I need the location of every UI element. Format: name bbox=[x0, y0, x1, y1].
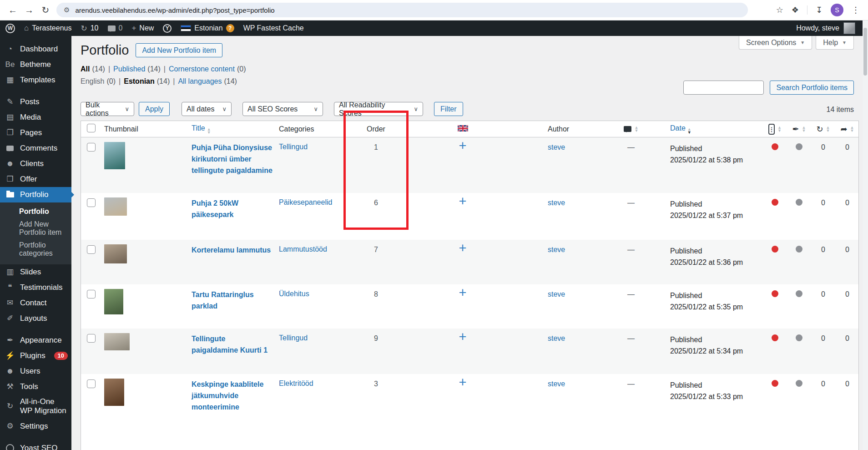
reload-icon[interactable]: ↻ bbox=[37, 5, 54, 15]
sidebar-item-layouts[interactable]: ✐ Layouts bbox=[0, 311, 71, 326]
row-checkbox[interactable] bbox=[87, 290, 96, 298]
updates-menu[interactable]: ↻ 10 bbox=[81, 24, 98, 33]
scrollbar-thumb[interactable] bbox=[863, 28, 867, 76]
title-sort-link[interactable]: Title bbox=[192, 124, 205, 132]
thumbnail[interactable] bbox=[104, 142, 125, 169]
sidebar-item-users[interactable]: ☻ Users bbox=[0, 364, 71, 379]
seo-scores-select[interactable]: All SEO Scores ∨ bbox=[242, 102, 323, 116]
filter-estonian[interactable]: Estonian(14) bbox=[124, 77, 170, 86]
row-title-link[interactable]: Keskpinge kaablitele jätkumuhvide montee… bbox=[192, 379, 273, 413]
author-link[interactable]: steve bbox=[548, 334, 565, 342]
sort-arrows[interactable]: ▲▼ bbox=[635, 126, 639, 132]
filter-published[interactable]: Published(14) bbox=[113, 65, 161, 73]
sort-arrows[interactable]: ▲▼ bbox=[687, 128, 691, 134]
col-date[interactable]: Date▲▼ bbox=[654, 124, 763, 134]
category-link[interactable]: Päikesepaneelid bbox=[279, 198, 332, 206]
url-text[interactable]: arendus.veebilahendus.ee/wp-admin/edit.p… bbox=[75, 6, 274, 14]
sort-arrows[interactable]: ▲▼ bbox=[802, 126, 806, 132]
submenu-item-0[interactable]: Portfolio bbox=[0, 205, 71, 218]
add-translation-icon[interactable]: + bbox=[459, 241, 467, 255]
sidebar-item-comments[interactable]: Comments bbox=[0, 141, 71, 156]
sidebar-item-yoast-seo[interactable]: Yoast SEO bbox=[0, 440, 71, 450]
back-icon[interactable]: ← bbox=[5, 5, 21, 15]
thumbnail[interactable] bbox=[104, 379, 124, 406]
dates-select[interactable]: All dates ∨ bbox=[182, 102, 232, 116]
thumbnail[interactable] bbox=[104, 197, 127, 216]
sidebar-item-appearance[interactable]: ✒ Appearance bbox=[0, 333, 71, 348]
col-received-internal-links[interactable]: ➦▲▼ bbox=[835, 124, 859, 134]
screen-options-button[interactable]: Screen Options ▼ bbox=[739, 36, 812, 50]
filter-cornerstone[interactable]: Cornerstone content(0) bbox=[169, 65, 246, 73]
thumbnail[interactable] bbox=[104, 289, 123, 314]
howdy-text[interactable]: Howdy, steve bbox=[796, 24, 839, 32]
downloads-icon[interactable]: ↧ bbox=[816, 5, 823, 15]
author-link[interactable]: steve bbox=[548, 290, 565, 298]
site-settings-icon[interactable]: ⚙ bbox=[64, 6, 70, 14]
col-seo-score[interactable]: ▲▼ bbox=[763, 124, 787, 135]
new-content-menu[interactable]: + New bbox=[131, 24, 154, 33]
author-link[interactable]: steve bbox=[548, 199, 565, 207]
add-translation-icon[interactable]: + bbox=[459, 138, 467, 153]
row-title-link[interactable]: Tartu Rattaringlus parklad bbox=[192, 289, 273, 312]
col-readability-score[interactable]: ✒▲▼ bbox=[787, 124, 811, 134]
forward-icon[interactable]: → bbox=[21, 5, 37, 15]
user-avatar[interactable] bbox=[843, 22, 855, 34]
date-sort-link[interactable]: Date bbox=[670, 124, 686, 132]
sidebar-item-betheme[interactable]: Be Betheme bbox=[0, 57, 71, 72]
sidebar-item-offer[interactable]: ❒ Offer bbox=[0, 172, 71, 187]
sidebar-item-dashboard[interactable]: ◔ Dashboard bbox=[0, 41, 71, 57]
comments-menu[interactable]: 0 bbox=[108, 24, 123, 32]
sidebar-item-contact[interactable]: ✉ Contact bbox=[0, 295, 71, 311]
sidebar-item-pages[interactable]: ❐ Pages bbox=[0, 125, 71, 141]
col-comments[interactable]: ▲▼ bbox=[608, 126, 654, 132]
col-title[interactable]: Title▲▼ bbox=[192, 124, 279, 134]
filter-all-languages[interactable]: All languages(14) bbox=[178, 77, 237, 86]
filter-button[interactable]: Filter bbox=[434, 102, 463, 116]
row-title-link[interactable]: Puhja Püha Dionysiuse kirikutorni ümber … bbox=[192, 142, 273, 176]
filter-all[interactable]: All(14) bbox=[81, 65, 105, 73]
add-new-portfolio-button[interactable]: Add New Portfolio item bbox=[136, 43, 222, 57]
search-input[interactable] bbox=[683, 81, 764, 95]
col-outgoing-internal-links[interactable]: ↻▲▼ bbox=[811, 124, 835, 134]
sort-arrows[interactable]: ▲▼ bbox=[207, 128, 211, 134]
author-link[interactable]: steve bbox=[548, 143, 565, 151]
sidebar-item-media[interactable]: ▤ Media bbox=[0, 110, 71, 125]
row-checkbox[interactable] bbox=[87, 379, 96, 388]
add-translation-icon[interactable]: + bbox=[459, 285, 467, 300]
yoast-menu[interactable]: Y bbox=[163, 24, 172, 33]
thumbnail[interactable] bbox=[104, 244, 127, 263]
sidebar-item-templates[interactable]: ▦ Templates bbox=[0, 72, 71, 88]
category-link[interactable]: Tellingud bbox=[279, 334, 308, 342]
help-button[interactable]: Help ▼ bbox=[816, 36, 854, 50]
bulk-actions-select[interactable]: Bulk actions ∨ bbox=[81, 102, 134, 116]
site-name-menu[interactable]: ⌂ Terasteenus bbox=[24, 24, 71, 33]
add-translation-icon[interactable]: + bbox=[459, 329, 467, 344]
sidebar-item-clients[interactable]: ☻ Clients bbox=[0, 156, 71, 172]
author-link[interactable]: steve bbox=[548, 246, 565, 253]
window-scrollbar[interactable] bbox=[863, 20, 868, 450]
row-checkbox[interactable] bbox=[87, 143, 96, 152]
extensions-icon[interactable]: ❖ bbox=[792, 5, 799, 15]
sidebar-item-tools[interactable]: ⚒ Tools bbox=[0, 379, 71, 394]
row-checkbox[interactable] bbox=[87, 245, 96, 254]
sort-arrows[interactable]: ▲▼ bbox=[826, 126, 830, 132]
row-title-link[interactable]: Korterelamu lammutus bbox=[192, 244, 271, 256]
language-switcher-menu[interactable]: Estonian ? bbox=[181, 24, 234, 32]
category-link[interactable]: Lammutustööd bbox=[279, 245, 327, 253]
row-checkbox[interactable] bbox=[87, 334, 96, 343]
sidebar-item-settings[interactable]: ⚙ Settings bbox=[0, 419, 71, 434]
browser-menu-icon[interactable]: ⋮ bbox=[852, 5, 860, 15]
sidebar-item-posts[interactable]: ✎ Posts bbox=[0, 94, 71, 110]
category-link[interactable]: Üldehitus bbox=[279, 290, 309, 298]
row-title-link[interactable]: Puhja 2 50kW päikesepark bbox=[192, 197, 273, 220]
wp-logo-menu[interactable]: W bbox=[5, 24, 15, 33]
sidebar-item-portfolio[interactable]: Portfolio bbox=[0, 187, 71, 202]
select-all-checkbox[interactable] bbox=[87, 124, 96, 132]
category-link[interactable]: Tellingud bbox=[279, 143, 308, 151]
sort-arrows[interactable]: ▲▼ bbox=[850, 126, 854, 132]
browser-profile-avatar[interactable]: S bbox=[831, 4, 843, 16]
author-link[interactable]: steve bbox=[548, 380, 565, 388]
search-portfolio-button[interactable]: Search Portfolio items bbox=[770, 81, 854, 95]
sidebar-item-testimonials[interactable]: ❝ Testimonials bbox=[0, 280, 71, 295]
apply-button[interactable]: Apply bbox=[139, 102, 170, 116]
